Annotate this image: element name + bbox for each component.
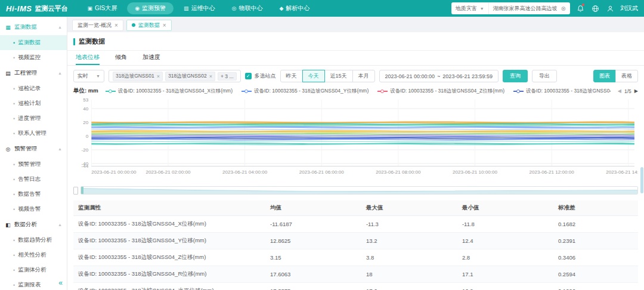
globe-icon[interactable] <box>590 4 600 13</box>
close-icon[interactable]: × <box>163 22 166 29</box>
nav-item-gis[interactable]: ▣GIS大屏 <box>79 0 125 17</box>
nav-item-monitor[interactable]: ◉监测预警 <box>127 2 174 14</box>
nav-item-iot[interactable]: ◎物联中心 <box>224 0 271 17</box>
legend-pagination: ◀ 1/5 ▶ <box>618 88 638 94</box>
chart-view-button[interactable]: 图表 <box>593 70 616 82</box>
sidebar-item-label: 视频告警 <box>18 205 41 213</box>
bullet-icon: • <box>13 237 15 243</box>
legend-marker-icon <box>377 89 388 93</box>
sidebar-item-告警日志[interactable]: •告警日志 <box>0 172 67 187</box>
multi-site-checkbox[interactable]: ✓ 多选站点 <box>245 72 276 80</box>
svg-text:53: 53 <box>83 97 88 103</box>
sidebar-item-label: 数据趋势分析 <box>18 236 52 244</box>
project-type-select[interactable]: 地质灾害 ▼ <box>451 2 488 14</box>
nav-item-analysis[interactable]: ◆解析中心 <box>271 0 317 17</box>
table-row: 设备ID: 100032355 - 318边坡GNSS04_水平位移(mm)17… <box>73 283 638 290</box>
close-icon[interactable]: × <box>114 22 118 29</box>
legend-page-indicator: 1/5 <box>624 88 631 94</box>
device-tag: 318边坡GNSS01× <box>113 72 163 81</box>
project-search-input[interactable]: 湖南张家界高速公路高边坡 ⊗ <box>488 2 570 14</box>
sidebar-item-label: 告警日志 <box>18 175 41 183</box>
sidebar-item-label: 联系人管理 <box>18 129 47 137</box>
scrollbar-thumb[interactable] <box>640 167 643 193</box>
line-chart: 2023-06-21 00:00:002023-06-21 02:00:0020… <box>73 96 638 186</box>
sidebar-item-视频监控[interactable]: •视频监控 <box>0 50 67 65</box>
date-range-picker[interactable]: 2023-06-21 00:00:00 ~ 2023-06-21 23:59:5… <box>379 70 499 82</box>
app-logo[interactable]: Hi-IMS 监测云平台 <box>6 4 67 13</box>
range-button-昨天[interactable]: 昨天 <box>280 70 303 82</box>
nav-item-label: 监测预警 <box>142 4 166 13</box>
table-row: 设备ID: 100032355 - 318边坡GNSS04_Z位移(mm)3.1… <box>73 249 638 266</box>
table-view-button[interactable]: 表格 <box>615 70 638 82</box>
sidebar-item-进度管理[interactable]: •进度管理 <box>0 111 67 126</box>
svg-text:2023-06-21 12:00:00: 2023-06-21 12:00:00 <box>530 169 575 175</box>
range-button-本月[interactable]: 本月 <box>352 70 375 82</box>
mode-value: 实时 <box>78 72 88 80</box>
device-tag-more[interactable]: + 3 ... <box>218 72 237 81</box>
legend-item-2[interactable]: 设备ID: 100032355 - 318边坡GNSS04_Z位移(mm) <box>377 88 504 95</box>
page-tab-0[interactable]: 监测一览-概况× <box>72 20 123 31</box>
legend-label: 设备ID: 100032355 - 318边坡GNSS04_Y位移(mm) <box>254 88 369 95</box>
device-tag-label: 318边坡GNSS01 <box>116 73 154 80</box>
nav-item-ops[interactable]: ▥运维中心 <box>176 0 223 17</box>
table-row: 设备ID: 100032355 - 318边坡GNSS04_R位移(mm)17.… <box>73 266 638 283</box>
legend-next-icon[interactable]: ▶ <box>634 88 638 94</box>
sidebar-section-project[interactable]: ▤工程管理▲ <box>0 65 67 81</box>
query-button[interactable]: 查询 <box>503 70 528 82</box>
sidebar-item-label: 巡检计划 <box>18 100 41 107</box>
tab-倾角[interactable]: 倾角 <box>115 51 127 65</box>
cell-value: -11.3 <box>361 216 457 233</box>
sidebar-item-label: 进度管理 <box>18 115 41 122</box>
sidebar: ▦监测数据▲•监测数据•视频监控▤工程管理▲•巡检记录•巡检计划•进度管理•联系… <box>0 17 67 290</box>
sidebar-item-巡检记录[interactable]: •巡检记录 <box>0 81 67 96</box>
ops-center-icon: ▥ <box>184 5 189 11</box>
legend-ring <box>109 90 112 93</box>
tab-加速度[interactable]: 加速度 <box>143 51 160 65</box>
legend-prev-icon[interactable]: ◀ <box>618 88 621 94</box>
legend-item-3[interactable]: 设备ID: 100032355 - 318边坡GNSS04_R位移(mm) <box>513 88 611 95</box>
stats-table-section: 监测属性均值最大值最小值标准差 设备ID: 100032355 - 318边坡G… <box>67 200 644 290</box>
sidebar-item-监测体分析[interactable]: •监测体分析 <box>0 263 67 277</box>
device-multiselect[interactable]: 318边坡GNSS01×318边坡GNSS02×+ 3 ... <box>109 70 241 82</box>
sidebar-section-warning[interactable]: ◎预警管理▲ <box>0 141 67 157</box>
range-button-近15天[interactable]: 近15天 <box>324 70 353 82</box>
datazoom-left-grip[interactable] <box>73 187 78 195</box>
close-icon[interactable]: × <box>157 73 160 79</box>
sidebar-collapse-icon[interactable]: « <box>58 279 63 287</box>
user-icon[interactable] <box>605 4 615 13</box>
legend-item-0[interactable]: 设备ID: 100032355 - 318边坡GNSS04_X位移(mm) <box>106 88 233 95</box>
svg-text:2023-06-21 14:00:00: 2023-06-21 14:00:00 <box>606 169 638 175</box>
sidebar-section-monitor-data[interactable]: ▦监测数据▲ <box>0 19 67 35</box>
cell-value: 17.6 <box>361 283 457 290</box>
sidebar-item-联系人管理[interactable]: •联系人管理 <box>0 126 67 141</box>
sidebar-item-数据趋势分析[interactable]: •数据趋势分析 <box>0 233 67 248</box>
date-start: 2023-06-21 00:00:00 <box>385 73 435 79</box>
close-icon[interactable]: × <box>209 73 212 79</box>
clear-icon[interactable]: ⊗ <box>561 5 566 12</box>
legend-item-1[interactable]: 设备ID: 100032355 - 318边坡GNSS04_Y位移(mm) <box>242 88 369 95</box>
bullet-icon: • <box>13 192 15 198</box>
svg-text:20: 20 <box>83 120 88 125</box>
bullet-icon: • <box>13 131 15 137</box>
mode-select[interactable]: 实时 ▼ <box>73 70 104 82</box>
sidebar-item-巡检计划[interactable]: •巡检计划 <box>0 96 67 111</box>
export-button[interactable]: 导出 <box>532 70 557 82</box>
page-tab-1[interactable]: 监测数据× <box>126 20 172 31</box>
sidebar-item-视频告警[interactable]: •视频告警 <box>0 202 67 217</box>
range-button-今天[interactable]: 今天 <box>302 70 325 82</box>
sidebar-item-监测报表[interactable]: •监测报表 <box>0 277 67 290</box>
nav-item-label: 运维中心 <box>191 4 215 13</box>
username[interactable]: 刘汉武 <box>620 4 638 13</box>
tab-地表位移[interactable]: 地表位移 <box>76 51 100 65</box>
sidebar-section-data-analysis[interactable]: ◧数据分析▲ <box>0 217 67 233</box>
bullet-icon: • <box>13 116 15 122</box>
sidebar-item-预警管理[interactable]: •预警管理 <box>0 157 67 172</box>
sidebar-item-label: 预警管理 <box>18 161 41 168</box>
sidebar-item-监测数据[interactable]: •监测数据 <box>0 35 67 50</box>
notification-bell-icon[interactable] <box>575 4 585 13</box>
sidebar-item-相关性分析[interactable]: •相关性分析 <box>0 248 67 263</box>
bullet-icon: • <box>13 177 15 183</box>
datazoom-handle[interactable] <box>81 187 83 194</box>
sidebar-item-数据告警[interactable]: •数据告警 <box>0 187 67 202</box>
datazoom-slider[interactable] <box>80 186 638 195</box>
